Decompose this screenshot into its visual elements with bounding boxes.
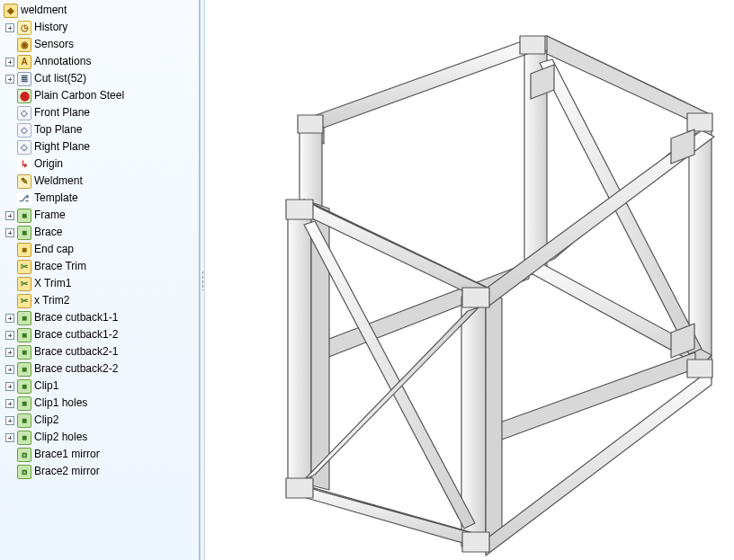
- expand-icon[interactable]: [5, 382, 14, 391]
- tree-item-label: Brace cutback1-2: [34, 326, 118, 343]
- tree-item[interactable]: ■Brace cutback1-1: [2, 309, 199, 326]
- expand-icon[interactable]: [5, 314, 14, 323]
- tree-item-label: Weldment: [34, 173, 83, 190]
- feature-icon: ■: [17, 311, 31, 325]
- part-icon: ◈: [4, 4, 18, 18]
- material-icon: ⬤: [17, 89, 31, 103]
- sensor-icon: ◉: [17, 38, 31, 52]
- tree-item[interactable]: ■Clip1 holes: [2, 395, 199, 412]
- tree-item-label: Brace: [34, 224, 62, 241]
- tree-item-label: Brace1 mirror: [34, 446, 100, 463]
- expand-icon[interactable]: [5, 58, 14, 67]
- tree-item[interactable]: ✂X Trim1: [2, 275, 199, 292]
- feature-icon: ■: [17, 226, 31, 240]
- tree-item-label: Right Plane: [34, 138, 90, 156]
- history-icon: ◷: [17, 21, 31, 35]
- svg-rect-6: [687, 360, 712, 378]
- tree-item[interactable]: AAnnotations: [2, 53, 199, 70]
- plane-icon: ◇: [17, 106, 31, 120]
- feature-icon: ■: [17, 328, 31, 342]
- feature-icon: ■: [17, 362, 31, 377]
- tree-item-label: Cut list(52): [34, 70, 86, 87]
- cutlist-icon: ≣: [17, 72, 31, 86]
- expand-icon[interactable]: [5, 211, 14, 220]
- featureY-icon: ■: [17, 243, 31, 257]
- tree-item-label: x Trim2: [34, 292, 69, 309]
- tree-item-label: Brace Trim: [34, 258, 86, 275]
- weldment-icon: ✎: [17, 174, 31, 189]
- svg-rect-4: [286, 478, 313, 498]
- tree-item-label: Front Plane: [34, 104, 90, 121]
- sketch3d-icon: ⎇: [17, 191, 31, 206]
- tree-item[interactable]: ◇Top Plane: [2, 121, 199, 138]
- tree-item[interactable]: ⧈Brace1 mirror: [2, 446, 199, 463]
- tree-item[interactable]: ≣Cut list(52): [2, 70, 199, 87]
- tree-item[interactable]: ⎇Template: [2, 190, 199, 207]
- tree-item-label: Origin: [34, 156, 63, 173]
- tree-item[interactable]: ■Clip1: [2, 378, 199, 395]
- expand-icon[interactable]: [5, 365, 14, 374]
- tree-item[interactable]: ■Frame: [2, 207, 199, 224]
- tree-item[interactable]: ✂x Trim2: [2, 292, 199, 309]
- expand-icon[interactable]: [5, 348, 14, 357]
- tree-item-label: Brace2 mirror: [34, 463, 100, 480]
- tree-item[interactable]: ◉Sensors: [2, 36, 199, 53]
- tree-item[interactable]: ⬤Plain Carbon Steel: [2, 87, 199, 104]
- svg-rect-0: [286, 200, 313, 219]
- tree-item[interactable]: ■Brace cutback1-2: [2, 326, 199, 343]
- svg-rect-1: [462, 288, 489, 307]
- trim-icon: ✂: [17, 294, 31, 308]
- expand-icon[interactable]: [5, 433, 14, 442]
- tree-item-label: Plain Carbon Steel: [34, 87, 124, 104]
- tree-item-label: History: [34, 19, 67, 36]
- svg-rect-3: [687, 113, 712, 131]
- expand-icon[interactable]: [5, 228, 14, 237]
- weldment-model-icon: [205, 0, 734, 560]
- origin-icon: ↳: [17, 157, 31, 172]
- tree-item-label: Frame: [34, 207, 66, 224]
- expand-icon[interactable]: [5, 23, 14, 32]
- tree-item[interactable]: ■Brace cutback2-1: [2, 343, 199, 360]
- tree-item-label: End cap: [34, 241, 74, 258]
- tree-item[interactable]: ■Clip2 holes: [2, 429, 199, 446]
- tree-item-label: Top Plane: [34, 121, 82, 138]
- mirror-icon: ⧈: [17, 448, 31, 462]
- tree-item-label: Brace cutback1-1: [34, 309, 118, 326]
- expand-icon[interactable]: [5, 399, 14, 408]
- mirror-icon: ⧈: [17, 465, 31, 479]
- expand-icon[interactable]: [5, 75, 14, 84]
- feature-tree-panel[interactable]: ◈ weldment ◷History◉SensorsAAnnotations≣…: [0, 0, 200, 560]
- expand-icon[interactable]: [5, 331, 14, 340]
- tree-item[interactable]: ⧈Brace2 mirror: [2, 463, 199, 480]
- feature-icon: ■: [17, 431, 31, 445]
- tree-item-label: Sensors: [34, 36, 74, 53]
- tree-item-label: X Trim1: [34, 275, 71, 292]
- tree-item-label: Clip2 holes: [34, 429, 87, 446]
- tree-item[interactable]: ■End cap: [2, 241, 199, 258]
- tree-item[interactable]: ■Brace cutback2-2: [2, 360, 199, 378]
- tree-item[interactable]: ■Clip2: [2, 412, 199, 429]
- tree-item[interactable]: ■Brace: [2, 224, 199, 241]
- tree-item[interactable]: ◷History: [2, 19, 199, 36]
- plane-icon: ◇: [17, 123, 31, 138]
- tree-item[interactable]: ✂Brace Trim: [2, 258, 199, 275]
- tree-item-label: Clip2: [34, 412, 58, 429]
- tree-item-label: Template: [34, 190, 78, 207]
- tree-item-label: Annotations: [34, 53, 91, 70]
- tree-root[interactable]: ◈ weldment: [2, 2, 199, 19]
- tree-item[interactable]: ◇Right Plane: [2, 138, 199, 156]
- trim-icon: ✂: [17, 260, 31, 274]
- tree-item[interactable]: ↳Origin: [2, 156, 199, 173]
- app-root: ◈ weldment ◷History◉SensorsAAnnotations≣…: [0, 0, 734, 560]
- tree-item[interactable]: ✎Weldment: [2, 173, 199, 190]
- tree-item-label: Brace cutback2-2: [34, 360, 118, 378]
- annotation-icon: A: [17, 55, 31, 69]
- tree-item[interactable]: ◇Front Plane: [2, 104, 199, 121]
- trim-icon: ✂: [17, 277, 31, 291]
- feature-icon: ■: [17, 396, 31, 411]
- svg-rect-2: [520, 36, 545, 54]
- tree-item-label: Clip1: [34, 378, 58, 395]
- expand-icon[interactable]: [5, 416, 14, 425]
- model-viewport[interactable]: [205, 0, 734, 560]
- svg-rect-7: [298, 115, 323, 133]
